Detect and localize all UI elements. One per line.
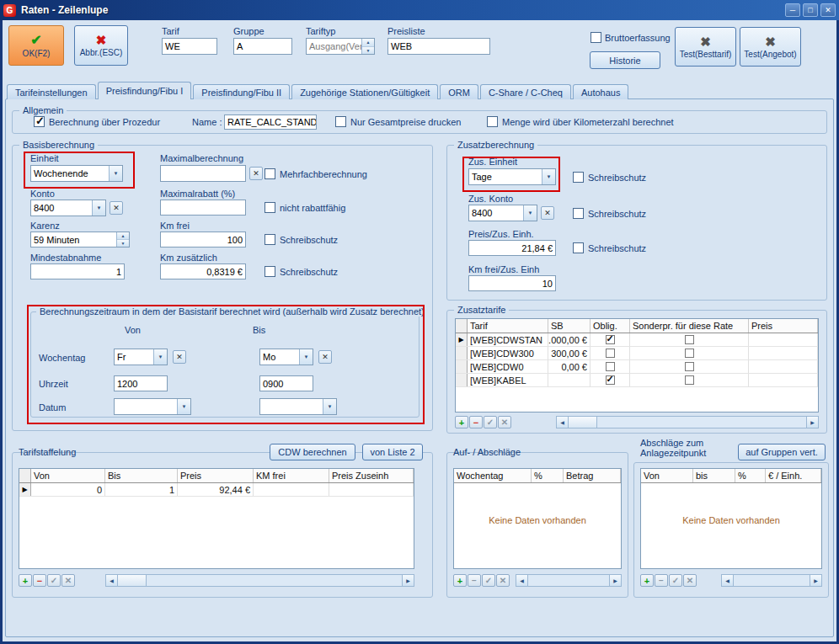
column-header[interactable]: Von bbox=[31, 469, 105, 482]
scroll-left-icon[interactable]: ◀ bbox=[557, 417, 569, 428]
nav-post-button[interactable]: ✓ bbox=[669, 574, 682, 587]
historie-button[interactable]: Historie bbox=[590, 51, 660, 69]
konto-dropdown[interactable]: 8400 ▼ bbox=[30, 200, 106, 216]
menge-checkbox[interactable] bbox=[487, 116, 498, 127]
nav-cancel-button[interactable]: ✕ bbox=[61, 574, 75, 587]
test-angebot-button[interactable]: ✖ Test(Angebot) bbox=[740, 27, 801, 67]
test-besttarif-button[interactable]: ✖ Test(Besttarif) bbox=[675, 27, 736, 67]
spinner-buttons[interactable]: ▲ ▼ bbox=[361, 39, 374, 54]
oblig-checkbox[interactable] bbox=[606, 375, 615, 385]
horizontal-scrollbar[interactable]: ◀ ▶ bbox=[721, 574, 822, 587]
einheit-dropdown[interactable]: Wochenende ▼ bbox=[30, 165, 123, 182]
nav-cancel-button[interactable]: ✕ bbox=[498, 416, 511, 428]
nav-cancel-button[interactable]: ✕ bbox=[683, 574, 697, 587]
close-icon[interactable]: ✕ bbox=[820, 3, 836, 17]
scroll-right-icon[interactable]: ▶ bbox=[806, 417, 818, 428]
table-row[interactable]: [WEB]CDW300 300,00 € bbox=[456, 347, 818, 360]
scroll-right-icon[interactable]: ▶ bbox=[609, 575, 621, 586]
tarif-input[interactable]: WE bbox=[162, 38, 217, 55]
ok-button[interactable]: ✔ OK(F2) bbox=[8, 25, 64, 66]
nav-delete-button[interactable]: − bbox=[469, 416, 483, 428]
nav-post-button[interactable]: ✓ bbox=[47, 574, 61, 587]
column-header[interactable]: Bis bbox=[105, 469, 178, 482]
uhrzeit-von-input[interactable]: 1200 bbox=[114, 375, 168, 391]
wochentag-von-dropdown[interactable]: Fr ▼ bbox=[114, 349, 168, 365]
wochentag-von-clear-icon[interactable]: ✕ bbox=[173, 350, 186, 364]
column-header[interactable]: Preis Zuseinh bbox=[329, 469, 414, 482]
cdw-berechnen-button[interactable]: CDW berechnen bbox=[270, 444, 355, 460]
horizontal-scrollbar[interactable]: ◀ ▶ bbox=[556, 416, 819, 428]
horizontal-scrollbar[interactable]: ◀ ▶ bbox=[516, 574, 622, 587]
oblig-checkbox[interactable] bbox=[606, 362, 615, 371]
maximalberechnung-clear-icon[interactable]: ✕ bbox=[249, 167, 263, 180]
column-header[interactable]: Von bbox=[641, 469, 693, 482]
bruttoerfassung-checkbox[interactable] bbox=[591, 32, 601, 43]
tab-preisfindung-fibu-2[interactable]: Preisfindung/Fibu II bbox=[193, 84, 290, 99]
scroll-left-icon[interactable]: ◀ bbox=[106, 575, 118, 586]
nav-delete-button[interactable]: − bbox=[33, 574, 46, 587]
schreibschutz-checkbox[interactable] bbox=[265, 266, 275, 277]
zus-einheit-dropdown[interactable]: Tage ▼ bbox=[468, 168, 556, 185]
prozedur-name-input[interactable]: RATE_CALC_STANDAR bbox=[224, 114, 317, 130]
schreibschutz-checkbox[interactable] bbox=[573, 208, 584, 219]
nav-insert-button[interactable]: + bbox=[19, 574, 32, 587]
horizontal-scrollbar[interactable]: ◀ ▶ bbox=[105, 574, 414, 587]
cancel-button[interactable]: ✖ Abbr.(ESC) bbox=[74, 25, 128, 66]
tab-stationen-gueltigkeit[interactable]: Zugehörige Stationen/Gültigkeit bbox=[291, 84, 438, 99]
mindestabnahme-input[interactable]: 1 bbox=[30, 263, 125, 279]
nav-post-button[interactable]: ✓ bbox=[482, 574, 495, 587]
nav-delete-button[interactable]: − bbox=[468, 574, 481, 587]
table-row[interactable]: ▶ [WEB]CDWSTAN 1.000,00 € bbox=[456, 333, 818, 347]
karenz-spinner[interactable]: 59 Minuten ▲ ▼ bbox=[30, 232, 130, 247]
column-header[interactable]: KM frei bbox=[254, 469, 329, 482]
sonderpreis-checkbox[interactable] bbox=[685, 362, 694, 371]
maximalberechnung-input[interactable] bbox=[160, 165, 246, 182]
von-liste-2-button[interactable]: von Liste 2 bbox=[362, 444, 423, 460]
column-header[interactable]: Oblig. bbox=[591, 319, 630, 333]
schreibschutz-checkbox[interactable] bbox=[265, 234, 275, 245]
preis-zus-einh-input[interactable]: 21,84 € bbox=[468, 240, 556, 256]
mehrfachberechnung-checkbox[interactable] bbox=[265, 168, 275, 179]
nav-insert-button[interactable]: + bbox=[640, 574, 654, 587]
oblig-checkbox[interactable] bbox=[606, 335, 615, 344]
zus-konto-clear-icon[interactable]: ✕ bbox=[541, 206, 554, 220]
oblig-checkbox[interactable] bbox=[606, 349, 615, 358]
auf-gruppen-verteilen-button[interactable]: auf Gruppen vert. bbox=[738, 444, 826, 460]
prozedur-checkbox[interactable] bbox=[34, 116, 45, 127]
scrollbar-thumb[interactable] bbox=[118, 575, 147, 586]
tab-tarifeinstellungen[interactable]: Tarifeinstellungen bbox=[7, 84, 96, 99]
tab-c-share-c-cheq[interactable]: C-Share / C-Cheq bbox=[480, 84, 571, 99]
nicht-rabattfaehig-checkbox[interactable] bbox=[265, 202, 275, 213]
tab-orm[interactable]: ORM bbox=[440, 84, 478, 99]
tab-preisfindung-fibu-1[interactable]: Preisfindung/Fibu I bbox=[98, 82, 192, 99]
table-row[interactable]: [WEB]CDW0 0,00 € bbox=[456, 360, 818, 374]
scroll-left-icon[interactable]: ◀ bbox=[516, 575, 528, 586]
datum-von-dropdown[interactable]: ▼ bbox=[114, 398, 191, 415]
nav-delete-button[interactable]: − bbox=[655, 574, 668, 587]
preisliste-input[interactable]: WEB bbox=[387, 38, 490, 55]
scroll-right-icon[interactable]: ▶ bbox=[402, 575, 414, 586]
datum-bis-dropdown[interactable]: ▼ bbox=[259, 398, 337, 415]
sonderpreis-checkbox[interactable] bbox=[685, 375, 694, 385]
nav-insert-button[interactable]: + bbox=[455, 416, 468, 428]
minimize-icon[interactable]: ─ bbox=[785, 3, 800, 17]
nav-insert-button[interactable]: + bbox=[453, 574, 467, 587]
schreibschutz-checkbox[interactable] bbox=[573, 242, 584, 253]
nav-cancel-button[interactable]: ✕ bbox=[496, 574, 510, 587]
konto-clear-icon[interactable]: ✕ bbox=[110, 201, 123, 215]
tariftyp-spinner[interactable]: Ausgang(Ver ▲ ▼ bbox=[306, 38, 375, 55]
wochentag-bis-dropdown[interactable]: Mo ▼ bbox=[259, 349, 313, 365]
gruppe-input[interactable]: A bbox=[233, 38, 292, 55]
spinner-buttons[interactable]: ▲ ▼ bbox=[116, 232, 129, 247]
nav-post-button[interactable]: ✓ bbox=[484, 416, 497, 428]
column-header[interactable]: % bbox=[735, 469, 766, 482]
uhrzeit-bis-input[interactable]: 0900 bbox=[259, 375, 313, 391]
column-header[interactable]: Sonderpr. für diese Rate bbox=[630, 319, 749, 333]
scroll-right-icon[interactable]: ▶ bbox=[810, 575, 821, 586]
column-header[interactable]: Preis bbox=[749, 319, 818, 333]
column-header[interactable]: Tarif bbox=[468, 319, 548, 333]
column-header[interactable]: Preis bbox=[178, 469, 254, 482]
scrollbar-thumb[interactable] bbox=[569, 417, 597, 428]
column-header[interactable]: % bbox=[532, 469, 564, 482]
km-zusaetzlich-input[interactable]: 0,8319 € bbox=[160, 263, 246, 279]
